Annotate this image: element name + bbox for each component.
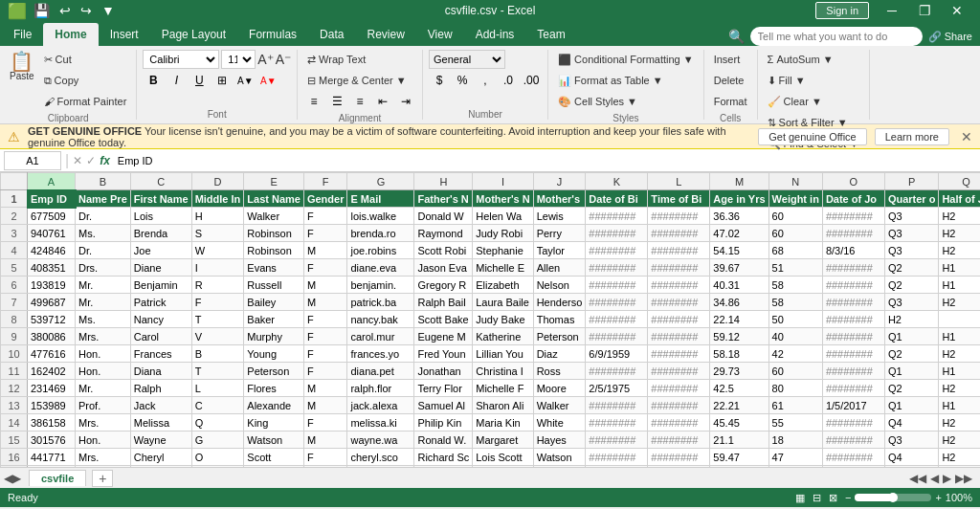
table-cell[interactable]: 408351 [28, 259, 76, 277]
table-cell[interactable]: King [244, 414, 304, 432]
table-cell[interactable]: 40 [768, 328, 822, 345]
table-cell[interactable]: Mr. [76, 294, 131, 311]
table-cell[interactable]: nancy.bak [347, 311, 414, 328]
scroll-left-one-icon[interactable]: ◀ [930, 472, 939, 485]
table-cell[interactable]: Thomas [533, 311, 586, 328]
table-cell[interactable]: Ms. [76, 311, 131, 328]
col-header-g[interactable]: G [347, 173, 414, 190]
table-cell[interactable]: ######## [822, 259, 884, 277]
table-cell[interactable]: F [303, 449, 347, 466]
cell-b1[interactable]: Name Pre [76, 190, 131, 208]
table-cell[interactable]: Walker [533, 397, 586, 414]
table-cell[interactable]: cheryl.sco [347, 449, 414, 466]
table-cell[interactable]: Samuel Al [414, 397, 473, 414]
table-cell[interactable]: ######## [648, 380, 710, 397]
table-cell[interactable]: 55 [768, 414, 822, 432]
font-name-select[interactable]: Calibri [143, 50, 219, 69]
table-cell[interactable]: Taylor [533, 242, 586, 259]
table-cell[interactable]: 59.12 [710, 328, 768, 345]
table-cell[interactable]: Benjamin [130, 277, 191, 294]
col-header-a[interactable]: A [28, 173, 76, 190]
table-cell[interactable]: 50 [768, 311, 822, 328]
table-cell[interactable]: 539712 [28, 311, 76, 328]
tab-home[interactable]: Home [43, 23, 98, 46]
table-cell[interactable]: ######## [822, 466, 884, 468]
table-cell[interactable]: 61 [768, 397, 822, 414]
table-cell[interactable]: Q2 [884, 277, 939, 294]
table-cell[interactable]: H2 [939, 449, 980, 466]
col-header-c[interactable]: C [130, 173, 191, 190]
table-cell[interactable]: H1 [939, 363, 980, 380]
col-header-p[interactable]: P [884, 173, 939, 190]
cell-reference-input[interactable] [4, 151, 61, 170]
table-cell[interactable]: Flores [244, 380, 304, 397]
table-cell[interactable]: Ralph Bail [414, 294, 473, 311]
table-cell[interactable]: Ronald W. [414, 432, 473, 449]
table-cell[interactable]: Robinson [244, 225, 304, 242]
insert-function-icon[interactable]: fx [100, 154, 110, 167]
formula-input[interactable] [114, 151, 976, 170]
table-cell[interactable]: Q1 [884, 363, 939, 380]
autosum-button[interactable]: Σ AutoSum ▼ [764, 50, 837, 69]
table-cell[interactable]: 60 [768, 225, 822, 242]
table-cell[interactable]: H2 [939, 208, 980, 225]
font-color-button[interactable]: A▼ [257, 71, 278, 90]
decrease-font-button[interactable]: A⁻ [276, 52, 291, 67]
table-cell[interactable]: M [303, 432, 347, 449]
table-cell[interactable]: ######## [586, 242, 648, 259]
number-format-select[interactable]: General [429, 50, 505, 69]
increase-decimal-button[interactable]: .00 [521, 71, 542, 90]
table-cell[interactable]: 193819 [28, 277, 76, 294]
table-cell[interactable]: Jack [130, 397, 191, 414]
table-cell[interactable]: Ms. [76, 225, 131, 242]
col-header-b[interactable]: B [76, 173, 131, 190]
table-cell[interactable]: Michelle E [473, 259, 533, 277]
col-header-m[interactable]: M [710, 173, 768, 190]
col-header-h[interactable]: H [414, 173, 473, 190]
table-cell[interactable]: Margaret [473, 432, 533, 449]
cell-i1[interactable]: Mother's N [473, 190, 533, 208]
table-cell[interactable]: diana.pet [347, 363, 414, 380]
table-cell[interactable]: Perry [533, 225, 586, 242]
table-cell[interactable]: I [191, 259, 244, 277]
table-cell[interactable]: C [191, 397, 244, 414]
table-cell[interactable]: Diane [130, 259, 191, 277]
signin-button[interactable]: Sign in [815, 2, 869, 19]
table-cell[interactable]: Scott Bake [414, 311, 473, 328]
cell-c1[interactable]: First Name [130, 190, 191, 208]
table-cell[interactable]: 22.21 [710, 397, 768, 414]
table-cell[interactable]: 8/3/16 [822, 242, 884, 259]
table-cell[interactable]: Watson [244, 432, 304, 449]
table-cell[interactable]: Q2 [884, 345, 939, 363]
table-cell[interactable]: Q1 [884, 328, 939, 345]
table-cell[interactable]: F [303, 311, 347, 328]
table-cell[interactable]: F [303, 328, 347, 345]
table-cell[interactable]: ######## [648, 432, 710, 449]
table-cell[interactable]: ######## [586, 311, 648, 328]
cell-h1[interactable]: Father's N [414, 190, 473, 208]
merge-center-button[interactable]: ⊟ Merge & Center ▼ [303, 71, 411, 90]
table-cell[interactable]: Watson [533, 449, 586, 466]
percent-button[interactable]: % [452, 71, 473, 90]
table-cell[interactable]: Mrs. [76, 328, 131, 345]
table-cell[interactable]: diane.eva [347, 259, 414, 277]
table-cell[interactable]: Q3 [884, 466, 939, 468]
table-cell[interactable]: ######## [648, 363, 710, 380]
table-cell[interactable]: M [303, 397, 347, 414]
restore-button[interactable]: ❐ [909, 0, 940, 21]
table-cell[interactable]: Allen [533, 259, 586, 277]
table-cell[interactable]: F [303, 259, 347, 277]
table-cell[interactable]: 60 [768, 208, 822, 225]
customize-icon[interactable]: ▼ [99, 3, 118, 18]
table-cell[interactable]: ######## [822, 432, 884, 449]
table-cell[interactable]: Hayes [533, 432, 586, 449]
table-cell[interactable]: Paula [130, 466, 191, 468]
table-cell[interactable]: ######## [586, 432, 648, 449]
table-cell[interactable]: Robinson [244, 242, 304, 259]
table-cell[interactable]: 477616 [28, 345, 76, 363]
table-cell[interactable]: ######## [822, 363, 884, 380]
table-cell[interactable]: 162402 [28, 363, 76, 380]
table-cell[interactable]: H1 [939, 277, 980, 294]
paste-button[interactable]: 📋 Paste [6, 50, 38, 83]
table-cell[interactable]: Gregory R [414, 277, 473, 294]
